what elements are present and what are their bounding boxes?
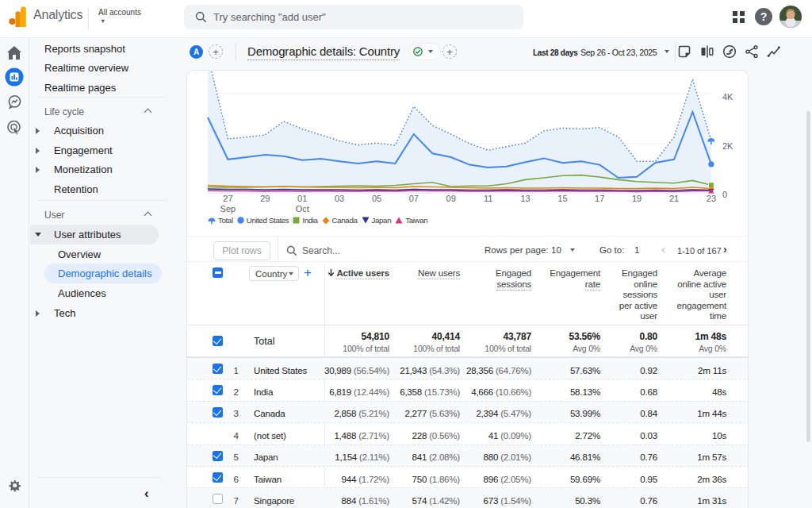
svg-text:15: 15 [557,194,567,203]
svg-text:17: 17 [595,194,604,203]
svg-text:07: 07 [409,194,419,203]
svg-text:21: 21 [669,194,679,203]
svg-text:01: 01 [297,194,307,203]
svg-text:19: 19 [632,194,642,203]
svg-text:09: 09 [446,194,456,203]
svg-text:13: 13 [520,194,530,203]
svg-text:2K: 2K [722,141,733,151]
svg-text:Oct: Oct [296,204,309,214]
svg-text:0: 0 [722,190,727,199]
svg-text:03: 03 [335,194,344,203]
svg-text:27: 27 [223,194,232,203]
svg-text:?: ? [760,10,768,23]
svg-text:Sep: Sep [220,204,236,214]
svg-text:29: 29 [260,194,270,203]
svg-text:05: 05 [372,194,381,203]
svg-text:11: 11 [484,194,492,203]
svg-text:4K: 4K [722,92,733,102]
svg-text:23: 23 [707,194,716,203]
